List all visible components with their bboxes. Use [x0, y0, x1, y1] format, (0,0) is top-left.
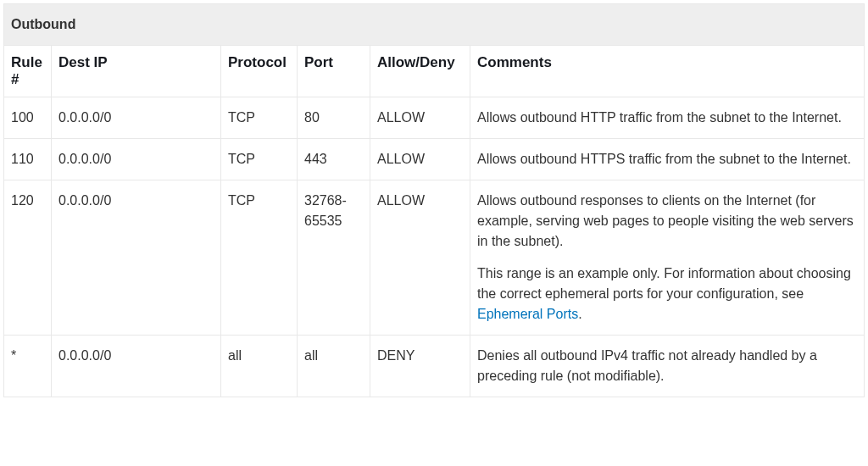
cell-proto: TCP: [221, 180, 298, 336]
cell-dest: 0.0.0.0/0: [52, 97, 221, 139]
header-comments: Comments: [470, 46, 865, 97]
cell-dest: 0.0.0.0/0: [52, 180, 221, 336]
header-dest: Dest IP: [52, 46, 221, 97]
header-allow: Allow/Deny: [370, 46, 470, 97]
table-row: 1000.0.0.0/0TCP80ALLOWAllows outbound HT…: [4, 97, 865, 139]
comment-text: Allows outbound responses to clients on …: [477, 193, 854, 248]
header-proto: Protocol: [221, 46, 298, 97]
header-rule: Rule #: [4, 46, 52, 97]
comment-text-after: .: [578, 307, 581, 321]
comment-paragraph: Allows outbound HTTPS traffic from the s…: [477, 149, 857, 169]
cell-rule: 100: [4, 97, 52, 139]
section-title: Outbound: [4, 4, 865, 46]
outbound-rules-table: Outbound Rule # Dest IP Protocol Port Al…: [3, 3, 865, 397]
comment-paragraph: This range is an example only. For infor…: [477, 264, 857, 325]
cell-port: 80: [298, 97, 370, 139]
comment-paragraph: Allows outbound HTTP traffic from the su…: [477, 108, 857, 128]
cell-port: 443: [298, 139, 370, 180]
column-header-row: Rule # Dest IP Protocol Port Allow/Deny …: [4, 46, 865, 97]
comment-text: Allows outbound HTTP traffic from the su…: [477, 110, 842, 125]
table-row: 1200.0.0.0/0TCP32768-65535ALLOWAllows ou…: [4, 180, 865, 336]
cell-allow: DENY: [370, 336, 470, 397]
comment-paragraph: Allows outbound responses to clients on …: [477, 191, 857, 252]
cell-allow: ALLOW: [370, 180, 470, 336]
cell-proto: all: [221, 336, 298, 397]
comment-text: Denies all outbound IPv4 traffic not alr…: [477, 348, 817, 383]
cell-port: all: [298, 336, 370, 397]
cell-comments: Denies all outbound IPv4 traffic not alr…: [470, 336, 865, 397]
header-port: Port: [298, 46, 370, 97]
cell-rule: 120: [4, 180, 52, 336]
cell-comments: Allows outbound responses to clients on …: [470, 180, 865, 336]
comment-paragraph: Denies all outbound IPv4 traffic not alr…: [477, 346, 857, 386]
cell-proto: TCP: [221, 139, 298, 180]
comment-text: This range is an example only. For infor…: [477, 266, 851, 301]
cell-rule: *: [4, 336, 52, 397]
cell-rule: 110: [4, 139, 52, 180]
cell-dest: 0.0.0.0/0: [52, 336, 221, 397]
cell-comments: Allows outbound HTTP traffic from the su…: [470, 97, 865, 139]
cell-port: 32768-65535: [298, 180, 370, 336]
cell-allow: ALLOW: [370, 139, 470, 180]
cell-comments: Allows outbound HTTPS traffic from the s…: [470, 139, 865, 180]
section-header-row: Outbound: [4, 4, 865, 46]
cell-allow: ALLOW: [370, 97, 470, 139]
comment-text: Allows outbound HTTPS traffic from the s…: [477, 152, 851, 166]
table-row: *0.0.0.0/0allallDENYDenies all outbound …: [4, 336, 865, 397]
ephemeral-ports-link[interactable]: Ephemeral Ports: [477, 307, 578, 321]
cell-dest: 0.0.0.0/0: [52, 139, 221, 180]
table-row: 1100.0.0.0/0TCP443ALLOWAllows outbound H…: [4, 139, 865, 180]
cell-proto: TCP: [221, 97, 298, 139]
